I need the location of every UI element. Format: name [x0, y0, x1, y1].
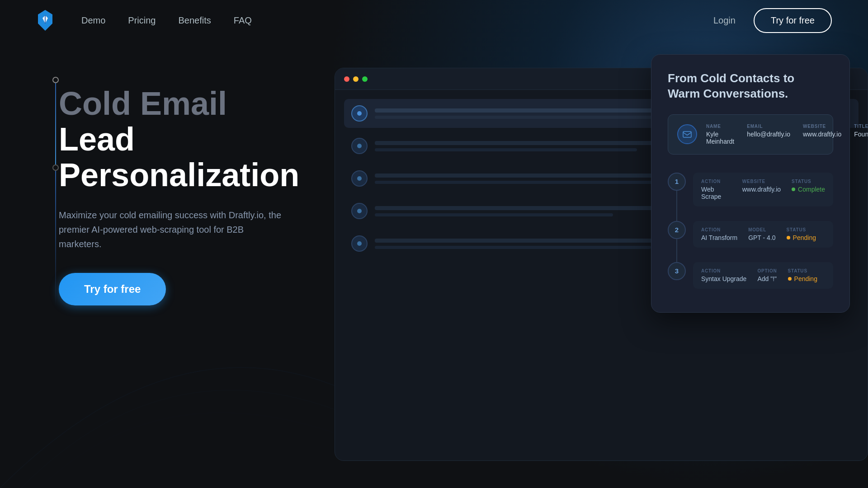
left-panel: Cold Email Lead Personalization Maximize… [0, 41, 335, 342]
hero-title-white-1: Lead [59, 121, 135, 157]
email-line-3b [375, 181, 684, 184]
step1-status-value: Complete [792, 186, 825, 193]
email-line-5b [375, 246, 651, 249]
logo[interactable] [36, 9, 54, 32]
nav-pricing[interactable]: Pricing [128, 15, 156, 26]
workflow-title: From Cold Contacts toWarm Conversations. [668, 71, 833, 102]
email-line-1b [375, 116, 660, 119]
right-panel: From Cold Contacts toWarm Conversations.… [335, 41, 868, 488]
title-label: TITLE [854, 124, 868, 129]
avatar-4 [351, 203, 368, 219]
name-value: Kyle Meinhardt [706, 131, 734, 145]
email-line-2b [375, 148, 637, 151]
workflow-panel: From Cold Contacts toWarm Conversations.… [651, 54, 850, 313]
step2-status: STATUS Pending [787, 227, 816, 241]
logo-icon [36, 9, 54, 32]
indicator-dot-2 [52, 164, 59, 171]
step1-action-label: ACTION [701, 179, 731, 184]
step2-action-label: ACTION [701, 227, 737, 232]
window-close-dot [344, 76, 349, 82]
hero-title: Cold Email Lead Personalization [59, 86, 298, 193]
contact-icon [677, 124, 697, 144]
step-num-1: 1 [668, 173, 686, 191]
website-label: WEBSITE [803, 124, 841, 129]
step2-model: MODEL GPT - 4.0 [748, 227, 775, 241]
step1-action: ACTION Web Scrape [701, 179, 731, 200]
step3-option-value: Add "!" [757, 275, 777, 282]
step2-status-value: Pending [787, 234, 816, 241]
avatar-dot-5 [357, 241, 362, 246]
main-content: Cold Email Lead Personalization Maximize… [0, 41, 868, 488]
avatar-3 [351, 170, 368, 187]
indicator-line-1 [55, 83, 56, 164]
workflow-step-1: 1 ACTION Web Scrape WEBSITE www.draftly.… [668, 165, 833, 214]
hero-title-gray: Cold Email [59, 85, 227, 122]
step2-model-value: GPT - 4.0 [748, 234, 775, 241]
step1-website: WEBSITE www.draftly.io [742, 179, 781, 200]
step1-status: STATUS Complete [792, 179, 825, 200]
step2-action: ACTION AI Transform [701, 227, 737, 241]
step3-action: ACTION Syntax Upgrade [701, 268, 746, 282]
header-right: Login Try for free [713, 8, 832, 33]
avatar-dot-4 [357, 209, 362, 213]
window-minimize-dot [353, 76, 359, 82]
step3-status-label: STATUS [788, 268, 817, 273]
nav-benefits[interactable]: Benefits [179, 15, 211, 26]
step-num-3: 3 [668, 262, 686, 280]
step1-status-dot [792, 188, 795, 191]
email-label: EMAIL [747, 124, 790, 129]
window-expand-dot [362, 76, 368, 82]
hero-title-white-2: Personalization [59, 157, 299, 193]
indicator-line-2 [55, 171, 56, 306]
header-left: Demo Pricing Benefits FAQ [36, 9, 252, 32]
avatar-2 [351, 138, 368, 154]
avatar-dot-3 [357, 176, 362, 181]
workflow-steps: 1 ACTION Web Scrape WEBSITE www.draftly.… [668, 165, 833, 296]
step2-status-dot [787, 236, 790, 239]
avatar-dot-2 [357, 144, 362, 148]
login-button[interactable]: Login [713, 15, 736, 26]
nav-faq[interactable]: FAQ [234, 15, 252, 26]
step3-status-dot [788, 277, 792, 281]
workflow-step-2: 2 ACTION AI Transform MODEL GPT - 4.0 ST… [668, 214, 833, 255]
step3-status-value: Pending [788, 275, 817, 282]
indicator-dot-1 [52, 77, 59, 83]
hero-text: Cold Email Lead Personalization Maximize… [59, 86, 298, 305]
hero-subtitle: Maximize your cold emailing success with… [59, 208, 285, 251]
header: Demo Pricing Benefits FAQ Login Try for … [0, 0, 868, 41]
step3-option-label: OPTION [757, 268, 777, 273]
email-value: hello@draftly.io [747, 131, 790, 138]
avatar-1 [351, 105, 368, 122]
svg-rect-0 [683, 131, 691, 137]
contact-website-field: WEBSITE www.draftly.io [803, 124, 841, 145]
step1-action-value: Web Scrape [701, 186, 731, 200]
contact-title-field: TITLE Founder [854, 124, 868, 145]
website-value: www.draftly.io [803, 131, 841, 138]
step3-action-label: ACTION [701, 268, 746, 273]
step2-action-value: AI Transform [701, 234, 737, 241]
step3-option: OPTION Add "!" [757, 268, 777, 282]
title-value: Founder [854, 131, 868, 138]
step1-website-value: www.draftly.io [742, 186, 781, 193]
contact-name-field: NAME Kyle Meinhardt [706, 124, 734, 145]
step1-website-label: WEBSITE [742, 179, 781, 184]
step2-model-label: MODEL [748, 227, 775, 232]
email-line-4b [375, 213, 613, 216]
name-label: NAME [706, 124, 734, 129]
nav-demo[interactable]: Demo [81, 15, 105, 26]
step-num-2: 2 [668, 221, 686, 239]
step-content-2: ACTION AI Transform MODEL GPT - 4.0 STAT… [693, 221, 833, 248]
step3-action-value: Syntax Upgrade [701, 275, 746, 282]
contact-email-field: EMAIL hello@draftly.io [747, 124, 790, 145]
step1-status-label: STATUS [792, 179, 825, 184]
header-try-free-button[interactable]: Try for free [754, 8, 832, 33]
contact-card: NAME Kyle Meinhardt EMAIL hello@draftly.… [668, 114, 833, 155]
workflow-step-3: 3 ACTION Syntax Upgrade OPTION Add "!" S… [668, 255, 833, 296]
hero-cta-button[interactable]: Try for free [59, 273, 166, 305]
envelope-icon [682, 129, 692, 139]
step-content-3: ACTION Syntax Upgrade OPTION Add "!" STA… [693, 262, 833, 289]
avatar-dot-1 [357, 111, 362, 116]
side-indicators [52, 77, 59, 306]
contact-fields: NAME Kyle Meinhardt EMAIL hello@draftly.… [706, 124, 868, 145]
step3-status: STATUS Pending [788, 268, 817, 282]
